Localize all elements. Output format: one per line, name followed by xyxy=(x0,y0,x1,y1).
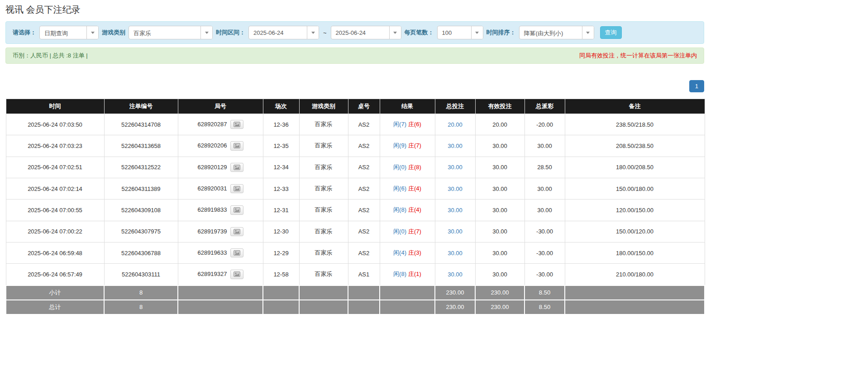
date-from-select[interactable]: 2025-06-24 xyxy=(248,26,319,39)
sort-order-value: 降冪(由大到小) xyxy=(520,26,582,39)
bet-time: 2025-06-24 07:03:23 xyxy=(6,135,104,157)
bet-id: 522604312522 xyxy=(104,157,178,178)
total-count: 8 xyxy=(104,300,178,314)
round-video-button[interactable] xyxy=(230,270,243,279)
col-session: 场次 xyxy=(263,99,299,114)
bet-id: 522604314708 xyxy=(104,114,178,135)
round-video-button[interactable] xyxy=(230,141,243,150)
table-row: 2025-06-24 06:59:48 522604306788 6289196… xyxy=(6,242,705,263)
game-type-select[interactable]: 百家乐 xyxy=(129,26,213,39)
video-replay-icon xyxy=(234,229,240,234)
total-bet-link[interactable]: 30.00 xyxy=(448,185,463,192)
page-size-label: 每页笔数： xyxy=(405,29,434,37)
note: 150.00/120.00 xyxy=(565,221,705,242)
round-cell: 628920031 xyxy=(178,178,263,199)
subtotal-payout: 8.50 xyxy=(525,285,565,300)
note: 208.50/238.50 xyxy=(565,135,705,157)
total-bet-cell: 30.00 xyxy=(435,135,475,157)
col-bet-id: 注单编号 xyxy=(104,99,178,114)
session: 12-30 xyxy=(263,221,299,242)
round-cell: 628919833 xyxy=(178,200,263,221)
date-to-select[interactable]: 2025-06-24 xyxy=(331,26,401,39)
date-range-tilde: ~ xyxy=(322,29,328,36)
table-header-row: 时间 注单编号 局号 场次 游戏类别 桌号 结果 总投注 有效投注 总派彩 备注 xyxy=(6,99,705,114)
total-bet-link[interactable]: 30.00 xyxy=(448,143,463,149)
result-banker: 庄(1) xyxy=(408,271,421,277)
round-video-button[interactable] xyxy=(230,205,243,214)
game-type: 百家乐 xyxy=(299,221,348,242)
total-bet-link[interactable]: 30.00 xyxy=(448,271,463,278)
game-type: 百家乐 xyxy=(299,242,348,263)
payout: 28.50 xyxy=(525,157,565,178)
result-cell: 闲(0)庄(8) xyxy=(380,157,435,178)
table-no: AS2 xyxy=(348,200,380,221)
chevron-down-icon[interactable] xyxy=(582,26,594,39)
chevron-down-icon[interactable] xyxy=(86,26,98,39)
valid-bet: 30.00 xyxy=(475,200,525,221)
total-bet-link[interactable]: 30.00 xyxy=(448,250,463,257)
total-total-bet: 230.00 xyxy=(435,300,475,314)
payout: -20.00 xyxy=(525,114,565,135)
result-player: 闲(0) xyxy=(393,164,406,171)
page-1-button[interactable]: 1 xyxy=(689,80,704,92)
total-bet-link[interactable]: 30.00 xyxy=(448,164,463,171)
col-time: 时间 xyxy=(6,99,104,114)
col-result: 结果 xyxy=(380,99,435,114)
game-type: 百家乐 xyxy=(299,178,348,199)
sort-order-select[interactable]: 降冪(由大到小) xyxy=(519,26,594,39)
chevron-down-icon[interactable] xyxy=(471,26,483,39)
result-banker: 庄(8) xyxy=(408,164,421,171)
result-cell: 闲(8)庄(4) xyxy=(380,200,435,221)
round-id: 628920287 xyxy=(197,121,227,128)
game-type: 百家乐 xyxy=(299,157,348,178)
query-mode-select[interactable]: 日期查询 xyxy=(39,26,99,39)
total-bet-link[interactable]: 20.00 xyxy=(448,121,463,128)
total-valid-bet: 230.00 xyxy=(475,300,525,314)
table-no: AS2 xyxy=(348,157,380,178)
table-no: AS1 xyxy=(348,264,380,285)
table-no: AS2 xyxy=(348,221,380,242)
date-from-value: 2025-06-24 xyxy=(249,26,307,39)
round-video-button[interactable] xyxy=(230,120,243,129)
chevron-down-icon[interactable] xyxy=(307,26,319,39)
round-video-button[interactable] xyxy=(230,248,243,257)
search-button[interactable]: 查询 xyxy=(600,26,622,39)
session: 12-33 xyxy=(263,178,299,199)
page-size-value: 100 xyxy=(438,26,471,39)
video-replay-icon xyxy=(234,143,240,148)
game-type: 百家乐 xyxy=(299,135,348,157)
total-bet-link[interactable]: 30.00 xyxy=(448,207,463,214)
result-cell: 闲(9)庄(7) xyxy=(380,135,435,157)
date-to-value: 2025-06-24 xyxy=(331,26,389,39)
table-row: 2025-06-24 07:02:51 522604312522 6289201… xyxy=(6,157,705,178)
bet-time: 2025-06-24 07:03:50 xyxy=(6,114,104,135)
result-banker: 庄(4) xyxy=(408,185,421,192)
result-player: 闲(0) xyxy=(393,228,406,235)
payout: 30.00 xyxy=(525,135,565,157)
round-video-button[interactable] xyxy=(230,163,243,172)
col-game-type: 游戏类别 xyxy=(299,99,348,114)
chevron-down-icon[interactable] xyxy=(389,26,401,39)
game-type: 百家乐 xyxy=(299,114,348,135)
total-bet-cell: 30.00 xyxy=(435,242,475,263)
query-mode-value: 日期查询 xyxy=(40,26,86,39)
video-replay-icon xyxy=(234,250,240,256)
table-no: AS2 xyxy=(348,242,380,263)
payout: 30.00 xyxy=(525,178,565,199)
valid-bet: 30.00 xyxy=(475,178,525,199)
bet-id: 522604303111 xyxy=(104,264,178,285)
round-id: 628920206 xyxy=(197,142,227,149)
result-cell: 闲(8)庄(1) xyxy=(380,264,435,285)
note: 238.50/218.50 xyxy=(565,114,705,135)
total-bet-link[interactable]: 30.00 xyxy=(448,228,463,235)
col-round-id: 局号 xyxy=(178,99,263,114)
game-type-value: 百家乐 xyxy=(129,26,200,39)
round-video-button[interactable] xyxy=(230,184,243,193)
chevron-down-icon[interactable] xyxy=(200,26,212,39)
valid-bet: 30.00 xyxy=(475,242,525,263)
result-banker: 庄(4) xyxy=(408,206,421,213)
result-cell: 闲(6)庄(4) xyxy=(380,178,435,199)
result-banker: 庄(3) xyxy=(408,249,421,256)
round-video-button[interactable] xyxy=(230,227,243,236)
page-size-select[interactable]: 100 xyxy=(437,26,483,39)
